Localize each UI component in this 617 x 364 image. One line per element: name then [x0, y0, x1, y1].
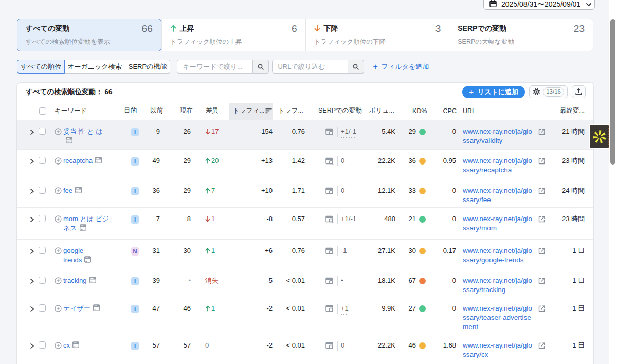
- intent-badge[interactable]: N: [131, 247, 139, 256]
- serp-change-value[interactable]: 0: [341, 186, 344, 195]
- select-all-checkbox[interactable]: [39, 107, 46, 115]
- serp-features-icon[interactable]: [75, 187, 82, 196]
- keyword-link[interactable]: fee: [63, 186, 112, 207]
- external-link-icon[interactable]: [538, 188, 545, 197]
- serp-change-value[interactable]: 0: [341, 341, 344, 350]
- keyword-link[interactable]: cx: [63, 341, 112, 364]
- serp-snapshot-icon[interactable]: [325, 277, 334, 287]
- summary-card[interactable]: 上昇 6 トラフィック順位の上昇: [161, 19, 305, 51]
- col-header-diff[interactable]: 差異: [193, 103, 229, 120]
- row-checkbox[interactable]: [39, 215, 46, 222]
- expand-row-chevron-icon[interactable]: [30, 216, 34, 225]
- result-url-link[interactable]: www.nex-ray.net/ja/glossary/mom: [463, 214, 535, 233]
- expand-row-chevron-icon[interactable]: [30, 248, 34, 257]
- url-search-button[interactable]: [348, 60, 364, 74]
- keyword-link[interactable]: recaptcha: [63, 156, 112, 179]
- external-link-icon[interactable]: [538, 248, 545, 257]
- serp-features-icon[interactable]: [95, 157, 102, 166]
- summary-card[interactable]: すべての変動 66 すべての検索順位変動を表示: [17, 19, 161, 51]
- url-filter-input[interactable]: [272, 60, 348, 74]
- serp-features-icon[interactable]: [80, 224, 86, 233]
- external-link-icon[interactable]: [538, 216, 545, 225]
- intent-badge[interactable]: I: [131, 215, 139, 224]
- segment-button-1[interactable]: オーガニック検索: [64, 60, 125, 74]
- col-header-updated[interactable]: 最終変...: [559, 103, 594, 120]
- external-link-icon[interactable]: [538, 305, 545, 315]
- summary-card[interactable]: 下降 3 トラフィック順位の下降: [305, 19, 449, 51]
- external-link-icon[interactable]: [538, 342, 545, 352]
- date-range-picker[interactable]: 2025/08/31〜2025/09/01: [483, 0, 595, 10]
- serp-snapshot-icon[interactable]: [325, 128, 334, 138]
- serp-change-value[interactable]: -1: [341, 246, 347, 257]
- row-checkbox[interactable]: [39, 304, 46, 312]
- intent-badge[interactable]: I: [131, 128, 139, 136]
- serp-snapshot-icon[interactable]: [325, 187, 334, 197]
- serp-snapshot-icon[interactable]: [325, 215, 334, 226]
- row-checkbox[interactable]: [39, 277, 46, 284]
- col-header-prev[interactable]: 以前: [146, 103, 163, 120]
- row-checkbox[interactable]: [39, 341, 46, 349]
- row-checkbox[interactable]: [39, 247, 46, 254]
- export-button[interactable]: [572, 85, 586, 98]
- serp-change-value[interactable]: •: [341, 276, 343, 285]
- keyword-link[interactable]: ティザー: [63, 304, 112, 334]
- serp-features-icon[interactable]: [66, 137, 72, 146]
- col-header-volume[interactable]: ボリュ...: [367, 103, 400, 120]
- serp-features-icon[interactable]: [84, 256, 91, 265]
- col-header-traffic[interactable]: トラフィ...: [229, 103, 273, 120]
- add-keyword-icon[interactable]: [55, 128, 62, 149]
- manage-columns-button[interactable]: 13/16: [529, 85, 568, 98]
- expand-row-chevron-icon[interactable]: [30, 342, 34, 352]
- serp-change-value[interactable]: +1/-1: [341, 214, 356, 225]
- feedback-widget-button[interactable]: [589, 124, 610, 149]
- scrollbar-track[interactable]: [609, 0, 617, 364]
- add-to-list-button[interactable]: + リストに追加: [462, 86, 525, 98]
- col-header-curr[interactable]: 現在: [163, 103, 193, 120]
- result-url-link[interactable]: www.nex-ray.net/ja/glossary/cx: [463, 341, 535, 359]
- intent-badge[interactable]: I: [131, 305, 139, 313]
- serp-snapshot-icon[interactable]: [325, 342, 334, 352]
- segment-button-2[interactable]: SERPの機能: [125, 60, 171, 74]
- serp-change-value[interactable]: 0: [341, 156, 344, 166]
- row-checkbox[interactable]: [39, 157, 46, 164]
- col-header-url[interactable]: URL: [460, 103, 559, 120]
- keyword-link[interactable]: mom とは ビジネス: [63, 214, 112, 239]
- col-header-kd[interactable]: KD%: [400, 103, 430, 120]
- serp-features-icon[interactable]: [72, 341, 79, 351]
- col-header-keyword[interactable]: キーワード: [51, 103, 124, 120]
- serp-features-icon[interactable]: [93, 304, 100, 314]
- external-link-icon[interactable]: [538, 278, 545, 287]
- intent-badge[interactable]: I: [131, 157, 139, 166]
- result-url-link[interactable]: www.nex-ray.net/ja/glossary/recaptcha: [463, 156, 535, 175]
- scrollbar-thumb[interactable]: [610, 19, 615, 165]
- add-keyword-icon[interactable]: [55, 277, 62, 297]
- add-keyword-icon[interactable]: [55, 157, 62, 179]
- result-url-link[interactable]: www.nex-ray.net/ja/glossary/validity: [463, 127, 535, 145]
- external-link-icon[interactable]: [538, 129, 545, 138]
- serp-snapshot-icon[interactable]: [325, 157, 334, 168]
- row-checkbox[interactable]: [39, 187, 46, 194]
- keyword-filter-input[interactable]: [177, 60, 253, 74]
- keyword-search-button[interactable]: [253, 60, 269, 74]
- col-header-traffic-pct[interactable]: トラフ...: [273, 103, 309, 120]
- summary-card[interactable]: SERPでの変動 23 SERPの大幅な変動: [449, 19, 593, 51]
- col-header-intent[interactable]: 目的: [124, 103, 146, 120]
- expand-row-chevron-icon[interactable]: [30, 278, 34, 287]
- keyword-link[interactable]: 妥当 性 と は: [63, 127, 112, 149]
- intent-badge[interactable]: I: [131, 187, 139, 195]
- add-keyword-icon[interactable]: [55, 215, 62, 239]
- result-url-link[interactable]: www.nex-ray.net/ja/glossary/fee: [463, 186, 535, 205]
- keyword-link[interactable]: google trends: [63, 246, 100, 269]
- result-url-link[interactable]: www.nex-ray.net/ja/glossary/teaser-adver…: [463, 304, 535, 332]
- result-url-link[interactable]: www.nex-ray.net/ja/glossary/google-trend…: [463, 246, 535, 265]
- row-checkbox[interactable]: [39, 128, 46, 135]
- col-header-serp[interactable]: SERPでの変動: [309, 103, 367, 120]
- expand-row-chevron-icon[interactable]: [30, 305, 34, 315]
- add-keyword-icon[interactable]: [55, 305, 62, 334]
- intent-badge[interactable]: I: [131, 277, 139, 285]
- serp-change-value[interactable]: +1: [341, 304, 349, 315]
- expand-row-chevron-icon[interactable]: [30, 158, 34, 167]
- intent-badge[interactable]: I: [131, 342, 139, 350]
- serp-features-icon[interactable]: [89, 277, 96, 286]
- col-header-cpc[interactable]: CPC: [430, 103, 460, 120]
